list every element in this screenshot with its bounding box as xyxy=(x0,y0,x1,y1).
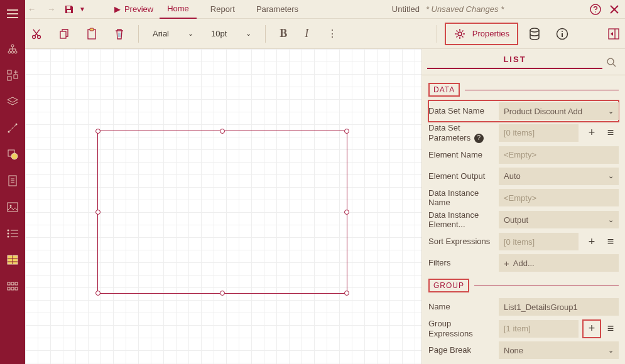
list-icon[interactable] xyxy=(5,226,20,241)
preview-button[interactable]: ▶ Preview xyxy=(114,4,153,14)
resize-handle[interactable] xyxy=(95,210,101,215)
line-icon[interactable] xyxy=(5,120,20,136)
element-name-field[interactable]: <Empty> xyxy=(499,146,619,164)
resize-handle[interactable] xyxy=(220,291,225,296)
titlebar: ← → ▼ ▶ Preview Home Report Parameters U… xyxy=(0,0,625,19)
canvas[interactable] xyxy=(25,49,421,364)
font-select[interactable]: Arial ⌄ xyxy=(146,25,200,42)
collapse-panel-icon[interactable] xyxy=(602,23,625,45)
svg-point-14 xyxy=(8,230,9,232)
properties-button[interactable]: Properties xyxy=(445,23,518,45)
redo-icon[interactable]: → xyxy=(45,4,58,14)
paste-icon[interactable] xyxy=(80,23,103,45)
grid-plus-icon[interactable] xyxy=(5,68,20,83)
svg-point-0 xyxy=(11,45,14,47)
prop-label: Element Name xyxy=(428,149,494,161)
filters-add-button[interactable]: +Add... xyxy=(499,254,619,272)
chevron-down-icon: ⌄ xyxy=(608,107,614,115)
resize-handle[interactable] xyxy=(220,129,225,134)
prop-sort-expressions: Sort Expressions [0 items] + ≡ xyxy=(428,231,619,252)
prop-data-set-name: Data Set Name Product Discount Add ⌄ xyxy=(428,100,619,122)
resize-handle[interactable] xyxy=(344,210,349,215)
svg-rect-5 xyxy=(14,75,18,78)
resize-handle[interactable] xyxy=(95,129,101,134)
copy-icon[interactable] xyxy=(53,23,75,45)
italic-button[interactable]: I xyxy=(298,27,315,40)
save-dropdown-icon[interactable]: ▼ xyxy=(75,6,89,13)
search-icon[interactable] xyxy=(602,57,620,67)
element-output-select[interactable]: Auto⌄ xyxy=(499,168,619,185)
matrix-icon[interactable] xyxy=(5,279,20,294)
save-icon[interactable] xyxy=(64,4,74,14)
data-instance-element-select[interactable]: Output⌄ xyxy=(499,211,619,228)
prop-label: Data Set Parameters ? xyxy=(428,122,494,144)
data-set-parameters-field[interactable]: [0 items] xyxy=(499,124,579,142)
shape-icon[interactable] xyxy=(5,147,20,162)
tab-parameters[interactable]: Parameters xyxy=(249,4,306,14)
cut-icon[interactable] xyxy=(25,23,48,45)
more-icon[interactable]: ⋮ xyxy=(320,28,345,40)
close-icon[interactable] xyxy=(610,5,619,14)
prop-label: Sort Expressions xyxy=(428,235,494,248)
prop-value: [1 item] xyxy=(504,324,531,333)
sort-expressions-field[interactable]: [0 items] xyxy=(499,233,579,250)
group-name-field[interactable]: List1_DetailsGroup1 xyxy=(499,298,619,316)
doc-title: Untitled xyxy=(392,4,420,14)
table-icon[interactable] xyxy=(5,252,20,267)
prop-value: [0 items] xyxy=(504,128,535,137)
selected-list-element[interactable] xyxy=(97,131,347,294)
tree-icon[interactable] xyxy=(5,41,20,56)
prop-value: Auto xyxy=(504,171,521,181)
svg-rect-22 xyxy=(11,287,14,290)
menu-icon[interactable]: ≡ xyxy=(602,125,619,141)
image-icon[interactable] xyxy=(5,200,20,215)
resize-handle[interactable] xyxy=(344,129,349,134)
prop-data-instance-element: Data Instance Element... Output⌄ xyxy=(428,209,619,231)
prop-element-output: Element Output Auto⌄ xyxy=(428,166,619,187)
document-icon[interactable] xyxy=(5,173,20,188)
add-icon[interactable]: + xyxy=(584,125,600,141)
layers-icon[interactable] xyxy=(5,94,20,109)
tab-report[interactable]: Report xyxy=(203,4,242,14)
divider xyxy=(465,90,619,90)
prop-element-name: Element Name <Empty> xyxy=(428,144,619,166)
size-select[interactable]: 10pt ⌄ xyxy=(205,25,258,42)
menu-icon[interactable]: ≡ xyxy=(602,233,619,250)
delete-icon[interactable] xyxy=(108,23,131,45)
resize-handle[interactable] xyxy=(95,291,101,296)
help-icon[interactable] xyxy=(590,4,601,15)
database-icon[interactable] xyxy=(523,23,546,45)
play-icon: ▶ xyxy=(114,4,121,14)
page-break-select[interactable]: None⌄ xyxy=(499,341,619,359)
menu-icon[interactable]: ≡ xyxy=(602,321,619,337)
chevron-down-icon: ⌄ xyxy=(188,29,193,38)
prop-label: Name xyxy=(428,301,494,313)
section-group-title: GROUP xyxy=(428,279,469,292)
left-rail xyxy=(0,0,25,364)
help-badge-icon[interactable]: ? xyxy=(474,134,484,143)
group-expressions-field[interactable]: [1 item] xyxy=(499,320,579,338)
svg-point-28 xyxy=(33,35,36,38)
add-icon[interactable]: + xyxy=(584,321,600,337)
tab-home[interactable]: Home xyxy=(160,0,197,19)
gear-icon xyxy=(454,28,466,40)
prop-label: Group Expressions xyxy=(428,318,494,340)
bold-button[interactable]: B xyxy=(273,27,293,40)
svg-rect-32 xyxy=(90,28,94,31)
undo-icon[interactable]: ← xyxy=(25,4,38,14)
info-icon[interactable] xyxy=(551,23,573,45)
prop-value: Output xyxy=(504,215,528,225)
prop-value: [0 items] xyxy=(504,237,535,247)
add-icon[interactable]: + xyxy=(584,233,600,250)
prop-label: Data Instance Element... xyxy=(428,209,494,231)
hamburger-icon[interactable] xyxy=(5,6,20,21)
prop-value: Product Discount Add xyxy=(504,107,582,116)
svg-point-36 xyxy=(562,31,563,32)
toolbar: Arial ⌄ 10pt ⌄ B I ⋮ Properties xyxy=(0,19,625,49)
svg-point-38 xyxy=(607,58,614,65)
resize-handle[interactable] xyxy=(344,291,349,296)
data-instance-name-field[interactable]: <Empty> xyxy=(499,189,619,206)
panel-tab-list[interactable]: LIST xyxy=(427,55,602,69)
prop-data-set-parameters: Data Set Parameters ? [0 items] + ≡ xyxy=(428,122,619,144)
data-set-name-select[interactable]: Product Discount Add ⌄ xyxy=(499,102,619,120)
